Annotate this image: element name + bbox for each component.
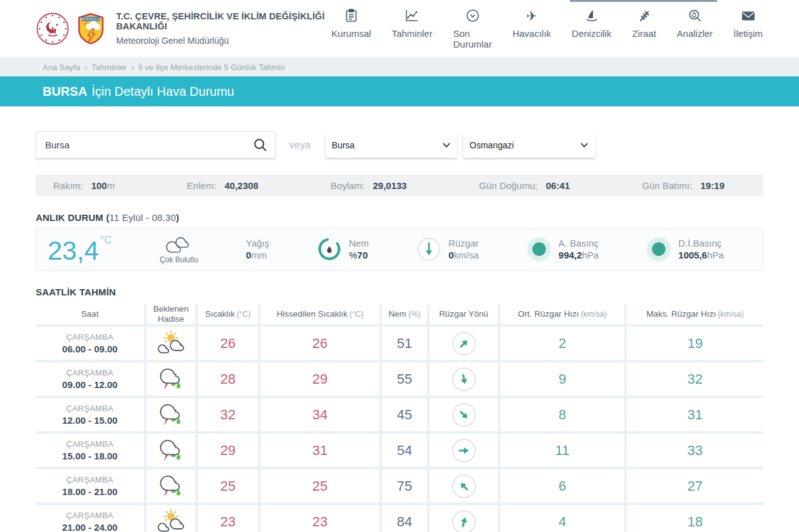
breadcrumb-separator: › bbox=[131, 63, 134, 72]
district-selected-value: Osmangazi bbox=[470, 140, 514, 150]
table-cell-weather bbox=[147, 505, 195, 532]
longitude-info: Boylam: 29,0133 bbox=[331, 180, 407, 191]
table-cell-wind-max: 31 bbox=[627, 398, 763, 431]
nav-label: Ziraat bbox=[632, 28, 656, 39]
search-input[interactable] bbox=[45, 140, 254, 150]
nav-item-ziraat[interactable]: Ziraat bbox=[632, 8, 656, 49]
chart-icon bbox=[405, 8, 420, 23]
thunderstorm-icon bbox=[155, 436, 187, 463]
latitude-info: Enlem: 40,2308 bbox=[187, 180, 259, 191]
district-select[interactable]: Osmangazi bbox=[463, 133, 595, 158]
breadcrumb-home[interactable]: Ana Sayfa bbox=[43, 63, 80, 72]
wind-direction-icon bbox=[452, 510, 476, 532]
weather-icon bbox=[155, 401, 187, 429]
main-nav: Kurumsal Tahminler Son Durumlar ✈ bbox=[331, 8, 763, 49]
current-condition: Çok Bulutlu bbox=[160, 235, 198, 264]
search-button[interactable] bbox=[254, 138, 267, 152]
wind-direction-icon bbox=[452, 474, 476, 498]
column-header: Saat bbox=[36, 304, 144, 324]
current-temperature: 23,4°C bbox=[48, 235, 112, 264]
province-select[interactable]: Bursa bbox=[326, 133, 457, 158]
table-cell-weather bbox=[147, 327, 195, 360]
nav-label: İletişim bbox=[733, 28, 763, 39]
pressure-icon bbox=[527, 237, 552, 262]
nav-item-havacilik[interactable]: ✈ Havacılık bbox=[512, 8, 551, 49]
city-name: BURSA bbox=[43, 84, 87, 99]
site-logo[interactable]: METEOROLOJİ T.C. ÇEVRE, ŞEHİRCİLİK VE İK… bbox=[36, 8, 331, 49]
day-label: ÇARŞAMBA bbox=[66, 332, 113, 342]
ministry-emblem-icon bbox=[36, 8, 70, 49]
nav-label: Analizler bbox=[677, 28, 713, 39]
cloudy-icon bbox=[165, 235, 193, 253]
time-range-label: 18.00 - 21.00 bbox=[62, 486, 117, 497]
page: { "header": { "ministry_title": "T.C. ÇE… bbox=[0, 0, 799, 532]
current-section-title: ANLIK DURUM (11 Eylül - 08.30) bbox=[36, 212, 763, 223]
table-cell-feels-like: 34 bbox=[260, 398, 379, 431]
sunset-info: Gün Batımı: 19:19 bbox=[642, 180, 724, 191]
nav-label: Son Durumlar bbox=[453, 28, 492, 49]
table-cell-time: ÇARŞAMBA 12.00 - 15.00 bbox=[36, 398, 144, 431]
column-header: Ort. Rüzgar Hızı(km/sa) bbox=[500, 304, 624, 324]
time-range-label: 15.00 - 18.00 bbox=[62, 451, 117, 461]
time-range-label: 06.00 - 09.00 bbox=[62, 344, 117, 354]
wind-metric: Rüzgar 0km/sa bbox=[416, 237, 478, 262]
breadcrumb-current[interactable]: İl ve İlçe Merkezlerinde 5 Günlük Tahmin bbox=[138, 63, 285, 72]
search-row: veya Bursa Osmangazi bbox=[36, 131, 763, 158]
precipitation-metric: Yağış 0mm bbox=[246, 238, 269, 260]
weather-icon bbox=[155, 365, 187, 394]
current-conditions-panel: 23,4°C Çok Bulutlu Yağış 0mm Nem bbox=[36, 228, 763, 270]
table-cell-wind-avg: 4 bbox=[500, 505, 624, 532]
time-range-label: 21.00 - 24.00 bbox=[62, 522, 117, 532]
search-icon bbox=[254, 138, 267, 152]
nav-item-iletisim[interactable]: İletişim bbox=[733, 8, 763, 49]
table-cell-feels-like: 26 bbox=[260, 327, 379, 360]
table-cell-wind-direction bbox=[430, 327, 498, 360]
table-cell-wind-avg: 8 bbox=[500, 398, 624, 431]
page-title: İçin Detaylı Hava Durumu bbox=[91, 84, 234, 99]
column-header: Hissedilen Sıcaklık(°C) bbox=[260, 304, 379, 324]
nav-item-kurumsal[interactable]: Kurumsal bbox=[331, 8, 371, 49]
table-cell-time: ÇARŞAMBA 09.00 - 12.00 bbox=[36, 362, 144, 396]
table-cell-wind-direction bbox=[430, 469, 498, 503]
table-cell-wind-avg: 9 bbox=[500, 362, 624, 396]
weather-icon bbox=[155, 436, 187, 465]
nav-label: Kurumsal bbox=[331, 28, 371, 39]
table-cell-humidity: 45 bbox=[382, 398, 427, 431]
time-range-label: 12.00 - 15.00 bbox=[62, 415, 117, 426]
nav-item-denizcilik[interactable]: Denizcilik bbox=[572, 8, 611, 49]
altitude-info: Rakım: 100m bbox=[53, 180, 115, 191]
clock-icon bbox=[466, 8, 480, 23]
table-cell-wind-direction bbox=[430, 505, 498, 532]
table-cell-time: ÇARŞAMBA 15.00 - 18.00 bbox=[36, 434, 144, 467]
table-cell-temperature: 29 bbox=[198, 434, 258, 467]
nav-label: Denizcilik bbox=[572, 28, 611, 39]
table-cell-temperature: 25 bbox=[198, 469, 258, 503]
nav-item-son-durumlar[interactable]: Son Durumlar bbox=[453, 8, 492, 49]
table-cell-wind-max: 18 bbox=[627, 505, 763, 532]
pressure-icon bbox=[646, 237, 671, 262]
svg-text:METEOROLOJİ: METEOROLOJİ bbox=[81, 16, 101, 20]
table-cell-humidity: 84 bbox=[382, 505, 427, 532]
nav-item-analizler[interactable]: Analizler bbox=[677, 8, 713, 49]
humidity-metric: Nem %70 bbox=[317, 237, 369, 262]
wind-direction-icon bbox=[452, 403, 476, 427]
wind-direction-icon bbox=[452, 439, 476, 463]
plane-icon: ✈ bbox=[526, 8, 537, 23]
time-range-label: 09.00 - 12.00 bbox=[62, 379, 117, 390]
table-cell-weather bbox=[147, 434, 195, 467]
province-selected-value: Bursa bbox=[332, 140, 355, 150]
day-label: ÇARŞAMBA bbox=[66, 368, 113, 377]
table-cell-wind-avg: 11 bbox=[500, 434, 624, 467]
location-info-bar: Rakım: 100m Enlem: 40,2308 Boylam: 29,01… bbox=[36, 175, 763, 196]
top-indicator-bar bbox=[570, 0, 717, 2]
table-cell-wind-max: 33 bbox=[627, 434, 763, 467]
breadcrumb-tahminler[interactable]: Tahminler bbox=[91, 63, 126, 72]
chevron-down-icon bbox=[443, 143, 450, 148]
thunderstorm-icon bbox=[155, 472, 187, 498]
table-cell-humidity: 75 bbox=[382, 469, 427, 503]
wind-direction-icon bbox=[452, 367, 476, 391]
nav-item-tahminler[interactable]: Tahminler bbox=[392, 8, 433, 49]
or-label: veya bbox=[289, 140, 311, 151]
sea-level-pressure-metric: D.İ.Basınç 1005,6hPa bbox=[646, 237, 724, 262]
wind-direction-icon bbox=[452, 332, 476, 356]
